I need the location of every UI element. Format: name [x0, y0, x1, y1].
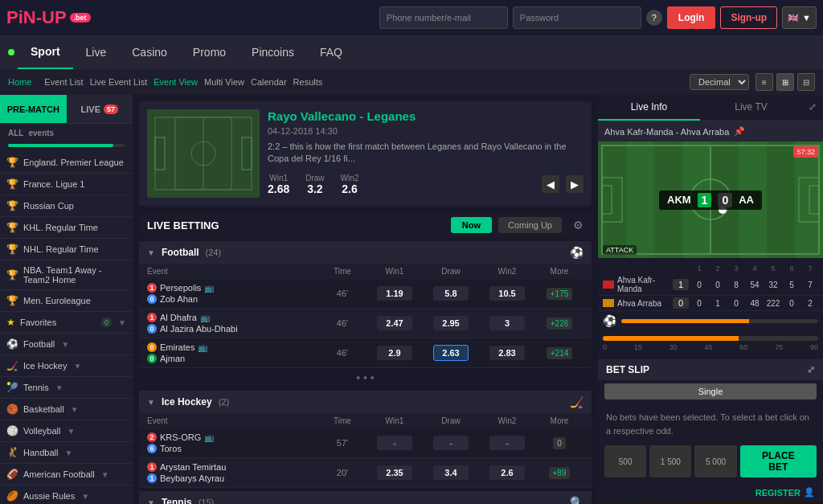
tennis-section-header[interactable]: ▼ Tennis (15) 🔍: [139, 491, 592, 504]
sidebar-item-handball[interactable]: 🤾 Handball ▼: [0, 442, 133, 464]
more-button[interactable]: +175: [547, 288, 573, 300]
help-button[interactable]: ?: [646, 10, 662, 26]
sidebar-item-tennis[interactable]: 🎾 Tennis ▼: [0, 377, 133, 399]
more-matches-dots[interactable]: • • •: [139, 368, 592, 387]
chevron-down-icon: ▼: [73, 362, 81, 371]
team2-name: 1 Beybarys Atyrau: [147, 473, 318, 483]
breadcrumb-home[interactable]: Home: [8, 77, 31, 87]
tv-icon: 📺: [204, 433, 214, 442]
register-row[interactable]: REGISTER 👤: [598, 482, 823, 502]
win1-odd-button[interactable]: 1.19: [377, 286, 412, 301]
team2-stats-row: Ahva Arraba 0 0 1 0 48 222 0 2: [598, 296, 823, 311]
win1-odds[interactable]: Win1 2.68: [268, 174, 289, 195]
expand-icon[interactable]: ⤢: [802, 95, 823, 121]
draw-odd-button[interactable]: 3.4: [433, 465, 469, 480]
pin-icon[interactable]: 📌: [734, 126, 745, 137]
nav-pincoins[interactable]: Pincoins: [239, 35, 307, 69]
sidebar-item-ice-hockey[interactable]: 🏒 Ice Hockey ▼: [0, 355, 133, 377]
coming-up-button[interactable]: Coming Up: [498, 217, 562, 233]
win2-odds[interactable]: Win2 2.6: [341, 174, 359, 195]
draw-odd-button[interactable]: 5.8: [433, 286, 469, 301]
football-section-header[interactable]: ▼ Football (24) ⚽: [139, 241, 592, 264]
win2-odd-button[interactable]: 10.5: [489, 286, 525, 301]
nav-faq[interactable]: FAQ: [307, 35, 355, 69]
settings-icon[interactable]: ⚙: [573, 219, 583, 232]
sidebar-item-aussie-rules[interactable]: 🏉 Aussie Rules ▼: [0, 486, 133, 504]
draw-odds[interactable]: Draw 3.2: [305, 174, 324, 195]
win2-odd-button[interactable]: 2.83: [489, 346, 525, 360]
more-button[interactable]: +89: [549, 467, 571, 479]
more-button[interactable]: 0: [553, 437, 566, 449]
win1-odd-button[interactable]: 2.35: [377, 465, 412, 480]
amount-500-button[interactable]: 500: [604, 445, 646, 477]
sidebar-item-khl[interactable]: 🏆 KHL. Regular Time: [0, 217, 133, 239]
win1-odd-button[interactable]: -: [377, 436, 412, 450]
draw-odd-button[interactable]: 2.95: [433, 316, 469, 330]
live-tab[interactable]: LIVE 57: [67, 95, 133, 123]
sidebar-item-nhl[interactable]: 🏆 NHL. Regular Time: [0, 239, 133, 260]
football-settings-icon[interactable]: ⚽: [570, 246, 583, 259]
pre-match-tab[interactable]: PRE-MATCH: [0, 95, 67, 123]
decimal-selector[interactable]: Decimal: [690, 74, 749, 90]
draw-odd-button[interactable]: 2.63: [433, 345, 469, 361]
ice-hockey-icon[interactable]: 🏒: [570, 395, 583, 408]
nav-promo[interactable]: Promo: [180, 35, 239, 69]
signup-button[interactable]: Sign-up: [720, 6, 777, 29]
amount-5000-button[interactable]: 5 000: [694, 445, 736, 477]
ice-hockey-section-header[interactable]: ▼ Ice Hockey (2) 🏒: [139, 391, 592, 413]
sidebar-item-russian-cup[interactable]: 🏆 Russian Cup: [0, 195, 133, 217]
team1-score: 1: [673, 279, 689, 290]
team2-stats: Ahva Arraba: [603, 299, 669, 308]
breadcrumb-calendar[interactable]: Calendar: [251, 77, 287, 87]
table-row: 1 Al Dhafra 📺 0 Al Jazira Abu-Dhabi 46' …: [139, 309, 592, 338]
live-tv-tab[interactable]: Live TV: [700, 95, 802, 121]
sidebar-item-american-football[interactable]: 🏈 American Football ▼: [0, 464, 133, 486]
sidebar-item-england-pl[interactable]: 🏆 England. Premier League: [0, 152, 133, 174]
single-bet-button[interactable]: Single: [604, 383, 817, 400]
amount-1500-button[interactable]: 1 500: [649, 445, 691, 477]
phone-email-input[interactable]: [379, 6, 508, 29]
all-events-row[interactable]: ALL events: [0, 124, 133, 142]
match-selector: Ahva Kafr-Manda - Ahva Arraba 📌: [598, 121, 823, 141]
draw-value: 3.2: [305, 182, 324, 195]
more-button[interactable]: +214: [547, 347, 573, 359]
login-button[interactable]: Login: [667, 6, 716, 29]
sidebar-item-france-l1[interactable]: 🏆 France. Ligue 1: [0, 174, 133, 195]
win1-odd-button[interactable]: 2.9: [377, 346, 412, 360]
sidebar-item-volleyball[interactable]: 🏐 Volleyball ▼: [0, 420, 133, 442]
sidebar-item-euroleague[interactable]: 🏆 Men. Euroleague: [0, 290, 133, 312]
team1-name: 1 Al Dhafra 📺: [147, 313, 318, 322]
sidebar-item-favorites[interactable]: ★ Favorites 0 ▼: [0, 312, 133, 334]
list-view-icon[interactable]: ≡: [755, 73, 773, 91]
sidebar-item-basketball[interactable]: 🏀 Basketball ▼: [0, 399, 133, 420]
breadcrumb-multi-view[interactable]: Multi View: [204, 77, 244, 87]
nav-live[interactable]: Live: [73, 35, 120, 69]
sidebar-item-football[interactable]: ⚽ Football ▼: [0, 334, 133, 355]
prev-match-button[interactable]: ◀: [542, 175, 559, 193]
nav-sport[interactable]: Sport: [18, 35, 73, 69]
register-link[interactable]: REGISTER: [755, 488, 800, 498]
breadcrumb-event-view[interactable]: Event View: [154, 77, 198, 87]
win1-odd-button[interactable]: 2.47: [377, 316, 412, 330]
win2-odd-button[interactable]: -: [489, 436, 525, 450]
breadcrumb-live-event-list[interactable]: Live Event List: [90, 77, 148, 87]
win2-odd-button[interactable]: 3: [489, 316, 525, 330]
win2-odd-button[interactable]: 2.6: [489, 465, 525, 480]
nav-casino[interactable]: Casino: [119, 35, 180, 69]
tennis-icon[interactable]: 🔍: [570, 496, 583, 504]
expand-bet-slip-icon[interactable]: ⤢: [807, 364, 815, 375]
language-selector[interactable]: 🇬🇧▼: [782, 6, 817, 29]
password-input[interactable]: [513, 6, 641, 29]
next-match-button[interactable]: ▶: [566, 175, 583, 193]
place-bet-button[interactable]: PLACE BET: [740, 445, 817, 477]
sidebar-item-nba[interactable]: 🏆 NBA. Team1 Away - Team2 Home: [0, 260, 133, 290]
grid-view-icon[interactable]: ⊞: [776, 73, 794, 91]
more-button[interactable]: +226: [547, 318, 573, 330]
table-view-icon[interactable]: ⊟: [797, 73, 815, 91]
breadcrumb-event-list[interactable]: Event List: [44, 77, 83, 87]
breadcrumb-results[interactable]: Results: [293, 77, 323, 87]
chevron-down-icon: ▼: [67, 427, 75, 436]
live-info-tab[interactable]: Live Info: [598, 95, 700, 121]
draw-odd-button[interactable]: -: [433, 436, 469, 450]
now-button[interactable]: Now: [451, 217, 492, 233]
